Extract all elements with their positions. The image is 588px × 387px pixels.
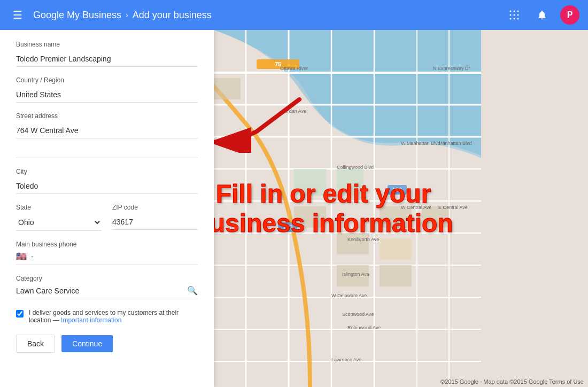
svg-rect-34 <box>337 233 369 254</box>
svg-text:W Central Ave: W Central Ave <box>401 205 431 210</box>
category-group: Category 🔍 <box>16 275 198 299</box>
phone-row: 🇺🇸 - <box>16 251 198 265</box>
svg-text:Scottwood Ave: Scottwood Ave <box>342 312 374 317</box>
map-copyright: ©2015 Google · Map data ©2015 Google Ter… <box>440 378 584 385</box>
svg-point-1 <box>514 11 515 12</box>
svg-text:Manhattan Blvd: Manhattan Blvd <box>438 141 472 146</box>
phone-flag-icon: 🇺🇸 <box>16 251 27 261</box>
svg-rect-33 <box>294 206 326 228</box>
zip-group: ZIP code <box>112 204 198 231</box>
back-button[interactable]: Back <box>16 335 55 353</box>
svg-text:Robinwood Ave: Robinwood Ave <box>347 325 381 330</box>
category-label: Category <box>16 275 198 282</box>
state-select[interactable]: Ohio Michigan Indiana <box>16 214 102 231</box>
side-panel: Business name Country / Region Street ad… <box>0 30 214 387</box>
zip-input[interactable] <box>112 214 198 230</box>
svg-point-2 <box>517 11 519 12</box>
svg-text:Collingwood Blvd: Collingwood Blvd <box>337 165 374 170</box>
svg-text:N Expressway Dr: N Expressway Dr <box>433 66 470 71</box>
svg-rect-39 <box>380 265 412 287</box>
phone-number-input[interactable] <box>38 252 198 261</box>
header-right: P <box>505 5 579 25</box>
grid-icon[interactable] <box>505 5 524 25</box>
svg-point-3 <box>510 14 512 16</box>
svg-text:E Central Ave: E Central Ave <box>438 205 468 210</box>
svg-point-8 <box>517 18 519 20</box>
continue-button[interactable]: Continue <box>61 335 113 352</box>
category-search-icon[interactable]: 🔍 <box>187 285 198 296</box>
menu-icon[interactable]: ☰ <box>9 4 27 26</box>
deliver-goods-checkbox[interactable] <box>16 310 24 318</box>
svg-text:120: 120 <box>283 224 292 230</box>
category-input[interactable] <box>16 287 187 295</box>
svg-rect-31 <box>294 169 326 196</box>
button-row: Back Continue <box>16 335 198 353</box>
svg-rect-32 <box>337 169 363 196</box>
svg-point-7 <box>514 18 515 20</box>
city-input[interactable] <box>16 179 198 194</box>
street-address-line2-input[interactable] <box>16 143 198 158</box>
street-address-input[interactable] <box>16 123 198 138</box>
category-row: 🔍 <box>16 285 198 299</box>
business-name-group: Business name <box>16 41 198 67</box>
svg-text:Ottawa River: Ottawa River <box>280 66 308 71</box>
svg-text:Lawrence Ave: Lawrence Ave <box>331 357 361 362</box>
street-label: Street address <box>16 112 198 120</box>
svg-rect-36 <box>380 238 412 260</box>
svg-text:W Manhattan Blvd: W Manhattan Blvd <box>401 141 440 146</box>
phone-country-code: - <box>31 252 34 261</box>
svg-point-6 <box>510 18 512 20</box>
svg-point-5 <box>517 14 519 16</box>
state-label: State <box>16 204 102 211</box>
country-group: Country / Region <box>16 76 198 103</box>
business-name-label: Business name <box>16 41 198 48</box>
svg-text:Berdan Ave: Berdan Ave <box>282 109 306 114</box>
svg-text:W Delaware Ave: W Delaware Ave <box>331 293 367 298</box>
deliver-goods-checkbox-row: I deliver goods and services to my custo… <box>16 309 198 324</box>
phone-label: Main business phone <box>16 241 198 248</box>
svg-point-0 <box>510 11 512 12</box>
important-information-link[interactable]: Important information <box>61 316 121 324</box>
zip-label: ZIP code <box>112 204 198 211</box>
state-group: State Ohio Michigan Indiana <box>16 204 102 231</box>
svg-text:120: 120 <box>392 187 402 193</box>
svg-text:Islington Ave: Islington Ave <box>342 272 369 277</box>
notification-bell-icon[interactable] <box>532 5 552 25</box>
header-title: Google My Business › Add your business <box>33 10 212 21</box>
city-label: City <box>16 168 198 175</box>
brand-name: Google My Business <box>33 10 121 21</box>
phone-group: Main business phone 🇺🇸 - <box>16 241 198 265</box>
svg-text:Kenilworth Ave: Kenilworth Ave <box>347 237 379 242</box>
business-name-input[interactable] <box>16 51 198 67</box>
breadcrumb-chevron: › <box>126 11 128 19</box>
country-input[interactable] <box>16 87 198 103</box>
avatar[interactable]: P <box>560 5 579 25</box>
state-zip-row: State Ohio Michigan Indiana ZIP code <box>16 204 198 231</box>
svg-point-4 <box>514 14 515 16</box>
page-subtitle: Add your business <box>133 10 212 21</box>
city-group: City <box>16 168 198 194</box>
street-address-group: Street address <box>16 112 198 158</box>
header: ☰ Google My Business › Add your business… <box>0 0 588 30</box>
country-label: Country / Region <box>16 76 198 84</box>
deliver-goods-label: I deliver goods and services to my custo… <box>29 309 198 324</box>
